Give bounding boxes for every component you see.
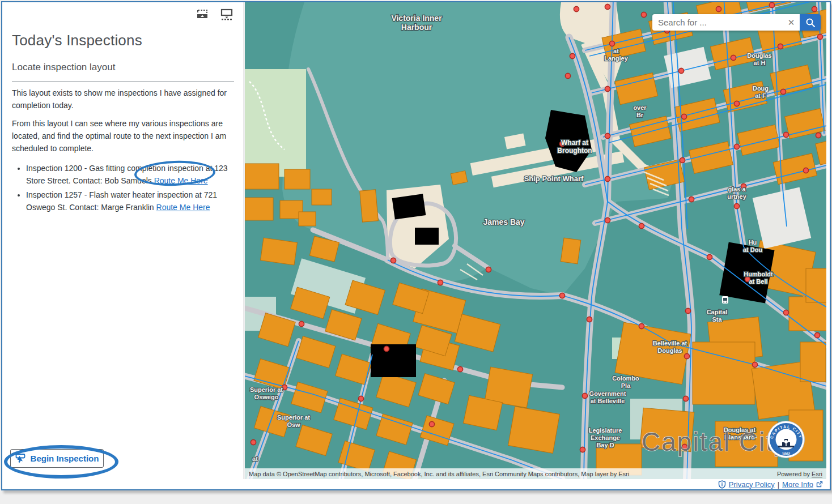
begin-inspection-label: Begin Inspection	[31, 454, 99, 463]
inspection-item: Inspection 1200 - Gas fitting completion…	[26, 163, 234, 187]
dock-bottom-icon[interactable]	[220, 7, 234, 21]
capital-city-badge: CAPITAL CITY 1862	[768, 421, 805, 458]
intro-paragraph: This layout exists to show me inspection…	[12, 87, 234, 112]
inspection-list: Inspection 1200 - Gas fitting completion…	[12, 163, 234, 213]
external-link-icon	[816, 481, 823, 488]
search-widget: ✕	[652, 14, 821, 31]
page-subtitle: Locate inspection layout	[12, 62, 234, 73]
intro-paragraph-2: From this layout I can see where my vari…	[12, 118, 234, 155]
inspections-panel: Today's Inspections Locate inspection la…	[2, 2, 244, 489]
page-title: Today's Inspections	[12, 32, 234, 49]
map-canvas[interactable]: Victoria InnerHarbourJames BayWharf atBr…	[245, 2, 826, 479]
powered-by: Powered by Esri	[777, 471, 822, 477]
image-placeholder-icon[interactable]	[196, 7, 209, 21]
map-graphic: Victoria InnerHarbourJames BayWharf atBr…	[245, 2, 826, 479]
map-label: Governmentat Belleville	[589, 390, 626, 404]
map-label: glas aurtney	[727, 186, 747, 200]
inspection-item: Inspection 1257 - Flash water heater ins…	[26, 189, 234, 213]
panel-toolbar	[196, 7, 234, 21]
map-label: Belleville atDouglas	[653, 340, 687, 354]
map-label: Ship Point Wharf	[524, 174, 584, 183]
route-me-here-link-1[interactable]: Route Me Here	[154, 176, 208, 185]
attribution-text: Map data © OpenStreetMap contributors, M…	[249, 471, 629, 477]
capital-city-watermark: Capital City	[642, 427, 788, 456]
map-label: Superior atOswego	[250, 386, 283, 400]
tap-hand-icon	[15, 453, 26, 464]
attribution-bar: Map data © OpenStreetMap contributors, M…	[245, 468, 826, 479]
magnifier-icon	[805, 18, 816, 28]
bus-stop-icon	[722, 296, 728, 304]
search-clear-icon[interactable]: ✕	[783, 14, 800, 31]
privacy-policy-link[interactable]: Privacy Policy	[729, 480, 775, 489]
divider	[12, 81, 234, 82]
footer-bar: Privacy Policy | More Info	[2, 479, 830, 489]
esri-link[interactable]: Esri	[812, 471, 822, 477]
map-label: at	[252, 455, 258, 462]
search-input[interactable]	[652, 14, 783, 31]
begin-inspection-button[interactable]: Begin Inspection	[10, 449, 104, 468]
search-button[interactable]	[800, 14, 821, 31]
badge-year: 1862	[782, 452, 791, 456]
privacy-shield-icon	[718, 480, 726, 489]
app-window: Today's Inspections Locate inspection la…	[1, 1, 831, 490]
map-label: James Bay	[483, 217, 524, 227]
footer-separator: |	[778, 480, 779, 489]
more-info-link[interactable]: More Info	[782, 480, 813, 489]
route-me-here-link-2[interactable]: Route Me Here	[156, 203, 210, 212]
map-label: Wharf atBroughton	[557, 139, 592, 155]
